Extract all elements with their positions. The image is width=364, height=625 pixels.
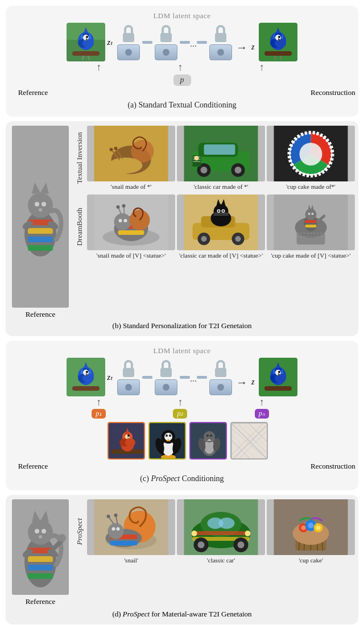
svg-point-52 — [114, 147, 118, 150]
pn-col: ↑ pₙ — [221, 396, 303, 419]
svg-point-192 — [39, 535, 42, 539]
svg-point-87 — [201, 236, 207, 242]
d-caption-1: 'snail' — [124, 556, 138, 564]
svg-point-82 — [122, 204, 126, 208]
chain-unit-2 — [155, 24, 177, 60]
db-caption-2: 'classic car made of [V] <statue>' — [179, 251, 263, 259]
svg-rect-128 — [160, 368, 172, 377]
chain-bar-3 — [197, 41, 207, 44]
svg-rect-126 — [72, 386, 100, 391]
svg-point-36 — [35, 202, 39, 206]
up-arrows-row-a: ↑ ↑ ↑ — [10, 61, 354, 73]
p1-label: p₁ — [92, 409, 106, 419]
d-prospect-row: ProSpect — [74, 499, 355, 564]
arrow-right-c: → — [236, 376, 247, 389]
chain-c-1 — [117, 359, 140, 395]
zt-label-c: zₜ — [107, 372, 113, 382]
dots-a: ··· — [190, 42, 197, 52]
chain-bar-c-2 — [180, 376, 190, 379]
svg-point-23 — [275, 39, 286, 48]
svg-point-169 — [210, 434, 212, 437]
svg-point-161 — [161, 455, 169, 460]
svg-rect-127 — [123, 368, 134, 377]
svg-rect-194 — [28, 556, 53, 562]
ref-col-d: Reference — [9, 499, 72, 606]
diff-block-3 — [209, 44, 232, 60]
rec-label-a: Reconstruction — [311, 88, 351, 97]
personalization-grid-d: Reference ProSpect — [9, 499, 355, 606]
svg-point-136 — [275, 374, 286, 383]
diff-block-c-2 — [155, 379, 177, 395]
svg-point-58 — [201, 167, 208, 173]
svg-rect-11 — [72, 51, 100, 56]
d-caption-3: 'cup cake' — [299, 556, 323, 564]
ldm-label-c: LDM latent space — [10, 346, 354, 355]
svg-rect-206 — [110, 541, 138, 545]
personalization-grid: Reference Textual Inversion — [9, 126, 355, 319]
db-img-2: 'classic car made of [V] <statue>' — [177, 194, 265, 259]
svg-rect-14 — [123, 33, 134, 42]
up-arrow-c-3: ↑ — [259, 396, 264, 408]
d-img-cake — [267, 499, 355, 555]
ti-imgs: 'snail made of *' — [87, 126, 355, 191]
svg-point-207 — [108, 523, 124, 539]
svg-point-225 — [192, 531, 197, 536]
svg-point-200 — [58, 534, 66, 542]
svg-rect-27 — [264, 51, 292, 56]
diff-block-c-1 — [117, 379, 140, 395]
svg-point-125 — [86, 371, 88, 373]
svg-point-190 — [35, 529, 39, 533]
section-c: LDM latent space zₜ — [6, 341, 358, 490]
lock-2 — [155, 24, 177, 60]
db-img-cake — [267, 194, 355, 250]
p1-col: ↑ p₁ — [58, 396, 139, 419]
chain-bar-1 — [142, 41, 152, 44]
caption-a: (a) Standard Textual Conditioning — [10, 101, 354, 110]
svg-point-48 — [109, 158, 143, 173]
ti-vert-label: Textual Inversion — [74, 126, 85, 191]
diff-block-1 — [117, 44, 140, 60]
chain-c-3 — [209, 359, 232, 395]
ti-img-car — [177, 126, 265, 181]
dots-c: ··· — [190, 376, 197, 387]
svg-rect-15 — [160, 33, 172, 42]
concept-img-2 — [148, 422, 186, 460]
concept-img-1 — [107, 422, 145, 460]
svg-point-191 — [42, 529, 46, 533]
svg-rect-74 — [118, 230, 144, 235]
svg-point-240 — [316, 525, 321, 530]
ti-caption-3: 'cup cake made of*' — [286, 183, 336, 191]
p2-label: p₂ — [173, 409, 187, 419]
svg-point-96 — [218, 210, 220, 212]
section-a: LDM latent space — [6, 6, 358, 117]
db-caption-1: 'snail made of [V] <statue>' — [96, 251, 166, 259]
svg-point-239 — [308, 523, 314, 528]
svg-point-148 — [127, 434, 130, 437]
svg-point-10 — [86, 36, 88, 38]
concept-img-4 — [230, 422, 268, 460]
p-label: p — [173, 74, 191, 86]
up-arrow-3: ↑ — [221, 61, 303, 73]
svg-point-68 — [300, 143, 322, 165]
svg-point-111 — [308, 213, 311, 215]
svg-point-218 — [219, 518, 235, 529]
caption-c: (c) ProSpect Conditioning — [10, 474, 354, 483]
lock-c-1 — [117, 359, 140, 395]
db-img-snail — [87, 194, 175, 250]
p-box: p — [10, 74, 354, 86]
ref-image-a — [67, 23, 105, 61]
diffusion-diagram-a: zₜ ··· — [10, 23, 354, 61]
svg-rect-196 — [28, 573, 53, 579]
chain-c-2 — [155, 359, 177, 395]
caption-b: (b) Standard Personalization for T2I Gen… — [9, 321, 355, 330]
svg-point-77 — [119, 219, 122, 222]
rec-label-c: Reconstruction — [311, 462, 351, 471]
svg-point-51 — [110, 148, 113, 151]
svg-point-33 — [28, 193, 53, 218]
ti-caption-2: 'classic car made of *' — [193, 183, 248, 191]
arrow-right-a: → — [236, 41, 247, 54]
chain-unit-3 — [209, 24, 232, 60]
gen-cols-d: ProSpect — [74, 499, 355, 566]
z-label-c: z — [251, 378, 254, 387]
ti-img-cake — [267, 126, 355, 181]
